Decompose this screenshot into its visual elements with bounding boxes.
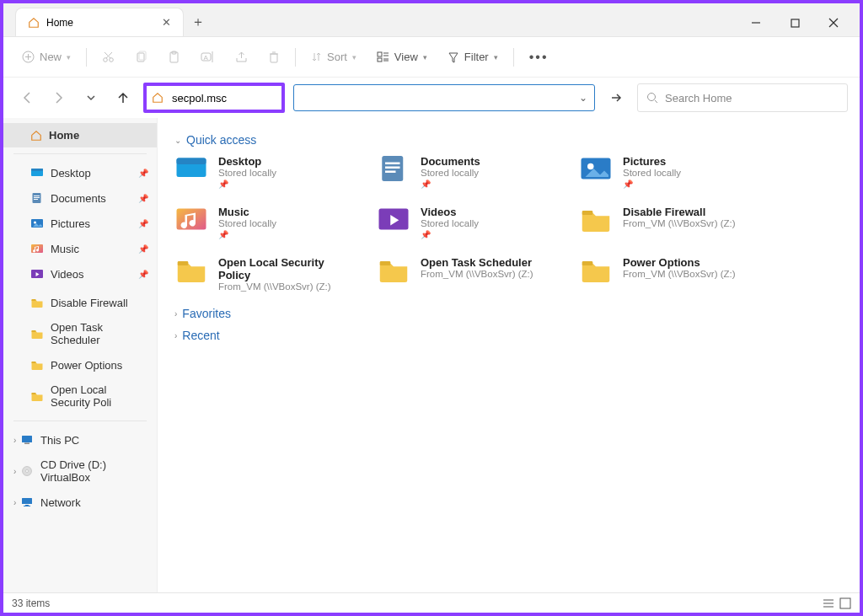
delete-button[interactable] xyxy=(260,46,288,67)
folder-icon xyxy=(579,256,613,283)
recent-locations-button[interactable] xyxy=(79,86,103,110)
close-window-button[interactable] xyxy=(814,9,853,36)
item-subtitle: Stored locally xyxy=(421,168,480,178)
new-tab-button[interactable]: ＋ xyxy=(184,8,212,36)
nav-row: ⌄ Search Home xyxy=(3,78,860,118)
section-favorites[interactable]: › Favorites xyxy=(174,307,843,320)
sidebar-item-folder[interactable]: Disable Firewall xyxy=(3,290,157,315)
pin-icon: 📌 xyxy=(138,219,148,228)
sidebar-item-desktop[interactable]: Desktop 📌 xyxy=(3,160,157,185)
copy-button[interactable] xyxy=(126,46,156,67)
pin-icon: 📌 xyxy=(421,230,479,239)
svg-rect-34 xyxy=(34,199,38,200)
svg-rect-47 xyxy=(22,498,32,504)
rename-button[interactable]: A xyxy=(192,46,223,67)
chevron-right-icon[interactable]: › xyxy=(13,498,16,507)
filter-button[interactable]: Filter▾ xyxy=(439,46,507,67)
music-icon xyxy=(30,242,44,255)
svg-point-36 xyxy=(34,222,36,224)
svg-rect-60 xyxy=(582,211,593,215)
svg-rect-40 xyxy=(32,330,36,332)
folder-icon xyxy=(174,256,208,283)
chevron-down-icon: ▾ xyxy=(352,53,356,62)
item-title: Music xyxy=(218,206,276,218)
item-title: Desktop xyxy=(218,155,276,168)
chevron-down-icon: ⌄ xyxy=(174,136,181,145)
svg-rect-51 xyxy=(177,158,206,165)
documents-icon xyxy=(30,191,44,205)
up-button[interactable] xyxy=(111,86,135,110)
section-quick-access[interactable]: ⌄ Quick access xyxy=(174,133,843,147)
chevron-right-icon: › xyxy=(174,331,177,340)
view-icon xyxy=(377,51,389,62)
svg-rect-62 xyxy=(380,261,391,265)
forward-button[interactable] xyxy=(47,86,71,110)
sidebar-item-music[interactable]: Music 📌 xyxy=(3,236,157,261)
quick-access-item[interactable]: Videos Stored locally 📌 xyxy=(377,206,554,239)
svg-point-27 xyxy=(648,94,656,101)
new-button[interactable]: New ▾ xyxy=(13,46,79,67)
back-button[interactable] xyxy=(15,86,39,110)
svg-rect-49 xyxy=(24,506,30,506)
sidebar-item-folder[interactable]: Power Options xyxy=(3,352,157,378)
more-button[interactable]: ••• xyxy=(521,46,557,69)
address-bar[interactable]: ⌄ xyxy=(293,84,595,111)
sidebar-item-network[interactable]: › Network xyxy=(3,490,157,515)
cut-button[interactable] xyxy=(94,46,123,67)
svg-point-8 xyxy=(110,58,114,62)
address-input[interactable] xyxy=(163,88,281,108)
quick-access-item[interactable]: Pictures Stored locally 📌 xyxy=(579,155,756,189)
quick-access-item[interactable]: Music Stored locally 📌 xyxy=(174,206,351,239)
quick-access-item[interactable]: Open Task Scheduler From_VM (\\VBoxSvr) … xyxy=(377,256,554,292)
folder-icon xyxy=(579,206,613,233)
section-recent[interactable]: › Recent xyxy=(174,329,843,342)
svg-text:A: A xyxy=(204,54,209,62)
svg-rect-43 xyxy=(22,436,32,442)
quick-access-item[interactable]: Disable Firewall From_VM (\\VBoxSvr) (Z:… xyxy=(579,206,756,239)
sidebar-item-documents[interactable]: Documents 📌 xyxy=(3,185,157,211)
videos-icon xyxy=(30,267,44,281)
close-tab-icon[interactable]: ✕ xyxy=(162,16,171,29)
sort-button[interactable]: Sort▾ xyxy=(303,46,365,67)
sidebar-item-home[interactable]: Home xyxy=(3,123,157,147)
pc-icon xyxy=(20,433,34,447)
sidebar-item-folder[interactable]: Open Local Security Poli xyxy=(3,378,157,415)
item-title: Documents xyxy=(421,155,480,168)
quick-access-item[interactable]: Documents Stored locally 📌 xyxy=(377,155,554,189)
view-button[interactable]: View▾ xyxy=(368,46,436,67)
new-label: New xyxy=(40,51,62,63)
filter-label: Filter xyxy=(464,51,489,63)
sort-label: Sort xyxy=(327,51,347,63)
svg-rect-63 xyxy=(582,261,593,265)
chevron-right-icon[interactable]: › xyxy=(13,467,16,476)
sidebar-item-pictures[interactable]: Pictures 📌 xyxy=(3,211,157,236)
sidebar-item-pc[interactable]: › This PC xyxy=(3,427,157,453)
maximize-button[interactable] xyxy=(775,9,814,36)
quick-access-item[interactable]: Desktop Stored locally 📌 xyxy=(174,155,351,189)
tab-home[interactable]: Home ✕ xyxy=(15,8,184,36)
paste-button[interactable] xyxy=(159,46,189,67)
sidebar-item-videos[interactable]: Videos 📌 xyxy=(3,261,157,287)
details-view-icon[interactable] xyxy=(823,597,834,609)
go-button[interactable] xyxy=(603,85,629,110)
quick-access-item[interactable]: Open Local Security Policy From_VM (\\VB… xyxy=(174,256,351,292)
item-subtitle: Stored locally xyxy=(421,218,479,228)
separator xyxy=(13,153,147,154)
share-button[interactable] xyxy=(227,46,256,67)
sidebar-item-folder[interactable]: Open Task Scheduler xyxy=(3,315,157,352)
item-subtitle: From_VM (\\VBoxSvr) (Z:) xyxy=(421,269,533,279)
chevron-right-icon[interactable]: › xyxy=(13,436,16,445)
sidebar-item-label: Network xyxy=(40,496,81,509)
sidebar-item-cd[interactable]: › CD Drive (D:) VirtualBox xyxy=(3,453,157,490)
svg-rect-32 xyxy=(34,196,40,196)
quick-access-item[interactable]: Power Options From_VM (\\VBoxSvr) (Z:) xyxy=(579,256,756,292)
thumbnails-view-icon[interactable] xyxy=(839,597,851,609)
chevron-down-icon[interactable]: ⌄ xyxy=(579,92,587,104)
desktop-icon xyxy=(30,166,44,179)
search-input[interactable]: Search Home xyxy=(637,83,848,112)
sidebar-item-label: CD Drive (D:) VirtualBox xyxy=(40,458,148,484)
sidebar-item-label: Music xyxy=(51,243,79,255)
item-subtitle: Stored locally xyxy=(218,168,276,178)
minimize-button[interactable] xyxy=(737,9,775,36)
svg-rect-39 xyxy=(32,299,36,301)
